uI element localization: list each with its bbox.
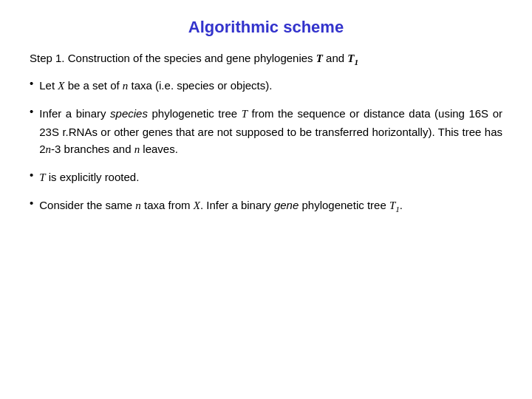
page: Algorithmic scheme Step 1. Construction … [0, 0, 532, 399]
bullet2-text-mid: phylogenetic tree [148, 107, 242, 120]
bullet2-text-before: Infer a binary [39, 107, 110, 120]
bullet4-text-after: phylogenetic tree [299, 199, 389, 211]
step1-heading: Step 1. Construction of the species and … [30, 52, 502, 66]
bullet4-gene: gene [274, 199, 299, 211]
bullet4-text-end: . [400, 199, 403, 211]
bullet-2-text: Infer a binary species phylogenetic tree… [39, 105, 502, 158]
bullet3-var-T: T [39, 171, 45, 183]
step1-T: T [316, 52, 323, 64]
step1-T1-sub: 1 [355, 58, 359, 66]
bullet4-text-before: Consider the same [39, 199, 135, 211]
bullet2-var-n2: n [46, 143, 52, 155]
bullet-4-marker: • [30, 197, 33, 209]
bullet1-text-mid: be a set of [64, 79, 122, 92]
bullet4-text-mid2: . Infer a binary [200, 199, 274, 211]
bullet-item-2: • Infer a binary species phylogenetic tr… [30, 105, 502, 158]
bullet2-text-end: leaves. [140, 143, 178, 155]
step1-text-and: and [323, 52, 347, 64]
bullet-1-text: Let X be a set of n taxa (i.e. species o… [39, 77, 502, 95]
bullet-3-marker: • [30, 168, 33, 181]
step1-label: Step 1. [30, 52, 65, 64]
bullet2-species: species [110, 107, 148, 120]
bullet3-text: is explicitly rooted. [46, 171, 140, 183]
bullet1-text-before: Let [39, 79, 58, 92]
bullet-item-3: • T is explicitly rooted. [30, 168, 502, 186]
bullet-1-marker: • [30, 77, 33, 89]
bullet1-text-after: taxa (i.e. species or objects). [128, 79, 272, 92]
bullet2-var-T: T [242, 108, 248, 120]
bullet-item-1: • Let X be a set of n taxa (i.e. species… [30, 77, 502, 95]
bullet-3-text: T is explicitly rooted. [39, 168, 502, 186]
bullet-item-4: • Consider the same n taxa from X. Infer… [30, 197, 502, 216]
bullet4-var-X: X [194, 200, 200, 211]
step1-text-before: Construction of the species and gene phy… [68, 52, 316, 64]
page-title: Algorithmic scheme [30, 18, 502, 37]
bullet-2-marker: • [30, 105, 33, 117]
bullet2-text-suffix: -3 branches and [51, 143, 134, 155]
step1-T1: T [347, 52, 354, 64]
bullet4-var-T1: T [389, 200, 395, 211]
bullet4-text-mid: taxa from [141, 199, 194, 211]
bullet4-var-n: n [135, 200, 141, 211]
bullet-4-text: Consider the same n taxa from X. Infer a… [39, 197, 502, 216]
